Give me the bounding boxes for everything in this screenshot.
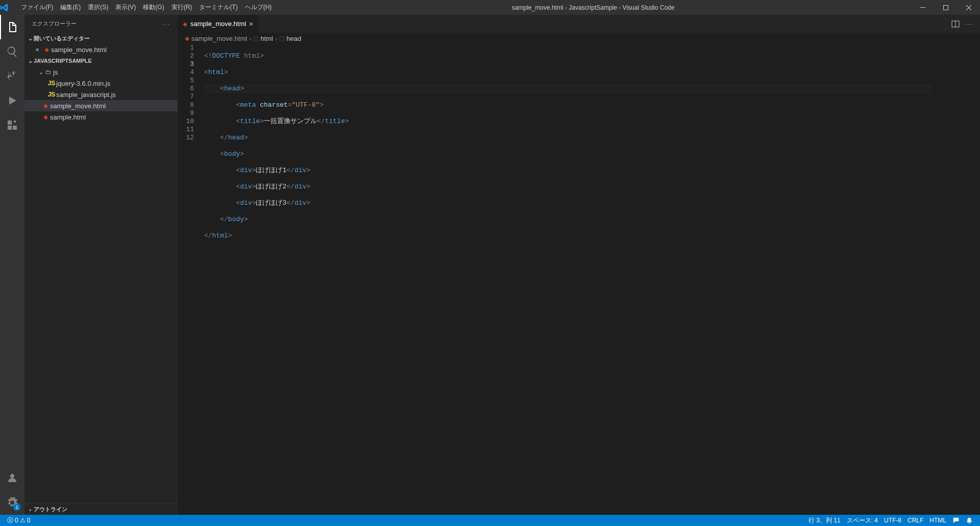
warning-icon: ⚠ bbox=[20, 517, 26, 524]
line-numbers: 123456789101112 bbox=[178, 44, 203, 515]
settings-badge: 1 bbox=[13, 504, 20, 511]
status-bar: ⓧ0 ⚠0 行 3、列 11 スペース: 4 UTF-8 CRLF HTML bbox=[0, 515, 980, 526]
open-editors-header[interactable]: ⌄ 開いているエディター bbox=[24, 33, 178, 44]
file-tree: ⌄ 🗀 js JS jquery-3.6.0.min.js JS sample_… bbox=[24, 66, 178, 123]
tree-file-label: sample.html bbox=[50, 113, 86, 121]
workspace-header[interactable]: ⌄ JAVASCRIPTSAMPLE bbox=[24, 55, 178, 66]
tree-file[interactable]: JS jquery-3.6.0.min.js bbox=[24, 78, 178, 89]
open-editors-list: × ◈ sample_move.html bbox=[24, 44, 178, 55]
svg-rect-0 bbox=[920, 7, 925, 8]
chevron-down-icon: ⌄ bbox=[38, 69, 44, 76]
status-cursor-pos[interactable]: 行 3、列 11 bbox=[805, 516, 844, 525]
html-file-icon: ◈ bbox=[42, 46, 51, 53]
chevron-right-icon: › bbox=[275, 35, 277, 42]
outline-header[interactable]: › アウトライン bbox=[24, 504, 178, 515]
minimap[interactable] bbox=[932, 44, 980, 515]
status-indent[interactable]: スペース: 4 bbox=[844, 516, 881, 525]
html-file-icon: ◈ bbox=[185, 35, 189, 42]
vscode-logo-icon bbox=[0, 4, 17, 12]
breadcrumb-node[interactable]: ⬚html bbox=[253, 35, 273, 42]
status-language[interactable]: HTML bbox=[926, 516, 949, 525]
status-problems[interactable]: ⓧ0 ⚠0 bbox=[4, 516, 33, 525]
breadcrumb-label: head bbox=[286, 35, 301, 42]
sidebar-title: エクスプローラー ··· bbox=[24, 15, 178, 33]
activity-extensions[interactable] bbox=[0, 113, 24, 137]
menu-file[interactable]: ファイル(F) bbox=[17, 0, 57, 15]
menu-help[interactable]: ヘルプ(H) bbox=[241, 0, 276, 15]
menu-edit[interactable]: 編集(E) bbox=[57, 0, 84, 15]
chevron-right-icon: › bbox=[27, 507, 34, 513]
menu-run[interactable]: 実行(R) bbox=[168, 0, 196, 15]
tree-folder-js[interactable]: ⌄ 🗀 js bbox=[24, 66, 178, 78]
activity-bar: 1 bbox=[0, 15, 24, 515]
status-notifications-icon[interactable] bbox=[963, 516, 976, 525]
activity-search[interactable] bbox=[0, 39, 24, 64]
chevron-down-icon: ⌄ bbox=[27, 58, 34, 64]
status-eol[interactable]: CRLF bbox=[904, 516, 926, 525]
sidebar-more-icon[interactable]: ··· bbox=[163, 21, 170, 27]
explorer-sidebar: エクスプローラー ··· ⌄ 開いているエディター × ◈ sample_mov… bbox=[24, 15, 178, 515]
status-warning-count: 0 bbox=[27, 517, 31, 524]
minimize-button[interactable] bbox=[911, 0, 934, 15]
menu-view[interactable]: 表示(V) bbox=[112, 0, 139, 15]
breadcrumb-label: html bbox=[260, 35, 273, 42]
tree-file-label: sample_javascript.js bbox=[56, 91, 116, 99]
editor-tab-active[interactable]: ◈ sample_move.html × bbox=[178, 15, 259, 33]
activity-account[interactable] bbox=[0, 466, 24, 490]
close-button[interactable] bbox=[957, 0, 980, 15]
sidebar-title-label: エクスプローラー bbox=[32, 20, 77, 28]
editor-tabs: ◈ sample_move.html × ··· bbox=[178, 15, 980, 33]
symbol-icon: ⬚ bbox=[279, 35, 284, 42]
open-editor-item[interactable]: × ◈ sample_move.html bbox=[24, 44, 178, 55]
error-icon: ⓧ bbox=[7, 516, 13, 525]
code-editor[interactable]: 123456789101112 <!DOCTYPE html> <html> <… bbox=[178, 44, 980, 515]
status-feedback-icon[interactable] bbox=[949, 516, 963, 525]
tree-folder-label: js bbox=[53, 68, 58, 76]
tree-file-active[interactable]: ◈ sample_move.html bbox=[24, 100, 178, 111]
tree-file-label: sample_move.html bbox=[50, 102, 106, 110]
activity-settings[interactable]: 1 bbox=[0, 490, 24, 515]
window-controls bbox=[911, 0, 980, 15]
svg-rect-1 bbox=[943, 5, 948, 10]
chevron-down-icon: ⌄ bbox=[27, 35, 34, 42]
html-file-icon: ◈ bbox=[183, 20, 187, 28]
activity-source-control[interactable] bbox=[0, 64, 24, 88]
split-editor-icon[interactable] bbox=[951, 20, 960, 28]
maximize-button[interactable] bbox=[934, 0, 957, 15]
tab-close-icon[interactable]: × bbox=[249, 20, 253, 28]
activity-run-debug[interactable] bbox=[0, 88, 24, 113]
menu-go[interactable]: 移動(G) bbox=[139, 0, 167, 15]
menu-bar: ファイル(F) 編集(E) 選択(S) 表示(V) 移動(G) 実行(R) ター… bbox=[17, 0, 275, 15]
chevron-right-icon: › bbox=[249, 35, 251, 42]
tab-label: sample_move.html bbox=[190, 20, 246, 28]
editor-actions: ··· bbox=[945, 15, 980, 33]
menu-terminal[interactable]: ターミナル(T) bbox=[195, 0, 241, 15]
js-file-icon: JS bbox=[47, 80, 56, 87]
tree-file[interactable]: ◈ sample.html bbox=[24, 111, 178, 123]
workspace-label: JAVASCRIPTSAMPLE bbox=[34, 58, 92, 64]
status-encoding[interactable]: UTF-8 bbox=[881, 516, 904, 525]
breadcrumb[interactable]: ◈ sample_move.html › ⬚html › ⬚head bbox=[178, 33, 980, 44]
outline-label: アウトライン bbox=[34, 506, 67, 513]
html-file-icon: ◈ bbox=[41, 113, 50, 121]
js-file-icon: JS bbox=[47, 91, 56, 98]
close-icon[interactable]: × bbox=[33, 46, 42, 54]
status-error-count: 0 bbox=[15, 517, 18, 524]
folder-icon: 🗀 bbox=[44, 68, 53, 76]
window-title: sample_move.html - JavascriptSample - Vi… bbox=[275, 4, 911, 11]
open-editor-name: sample_move.html bbox=[51, 46, 107, 54]
editor-group: ◈ sample_move.html × ··· ◈ sample_move.h… bbox=[178, 15, 980, 515]
menu-selection[interactable]: 選択(S) bbox=[84, 0, 112, 15]
activity-explorer[interactable] bbox=[0, 15, 24, 39]
open-editors-label: 開いているエディター bbox=[34, 35, 90, 42]
more-actions-icon[interactable]: ··· bbox=[966, 20, 974, 28]
breadcrumb-file[interactable]: sample_move.html bbox=[191, 35, 247, 42]
tree-file-label: jquery-3.6.0.min.js bbox=[56, 80, 110, 87]
html-file-icon: ◈ bbox=[41, 102, 50, 109]
breadcrumb-node[interactable]: ⬚head bbox=[279, 35, 301, 42]
code-content[interactable]: <!DOCTYPE html> <html> <head> <meta char… bbox=[203, 44, 932, 515]
symbol-icon: ⬚ bbox=[253, 35, 258, 42]
title-bar: ファイル(F) 編集(E) 選択(S) 表示(V) 移動(G) 実行(R) ター… bbox=[0, 0, 980, 15]
tree-file[interactable]: JS sample_javascript.js bbox=[24, 89, 178, 100]
